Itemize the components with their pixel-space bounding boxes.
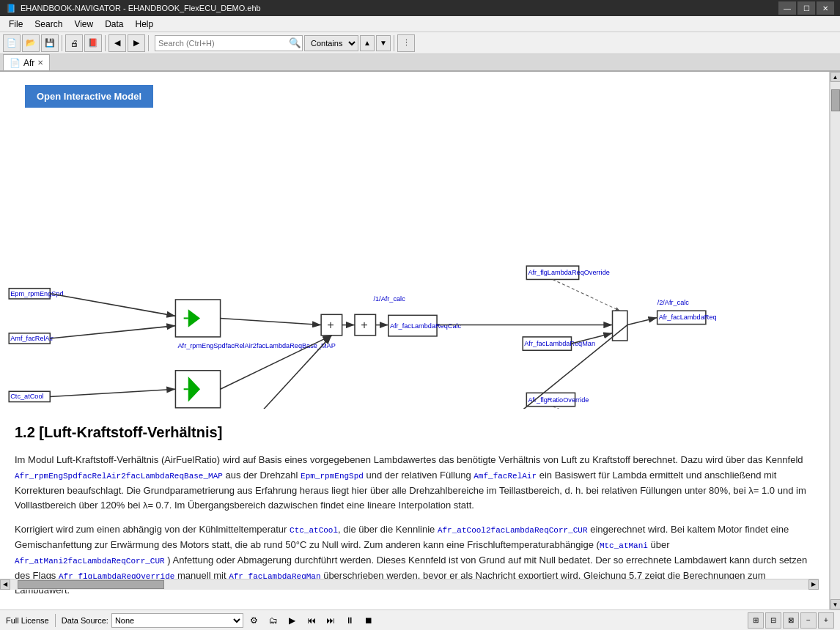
svg-text:+: + <box>361 318 368 331</box>
h-scroll-left[interactable]: ◀ <box>0 579 10 590</box>
h-scroll-right[interactable]: ▶ <box>808 579 819 590</box>
license-label: Full License <box>6 616 49 625</box>
code-ref-var2: Amf_facRelAir <box>474 472 537 481</box>
nav-up-button[interactable]: ▲ <box>360 35 375 51</box>
svg-rect-39 <box>613 311 627 341</box>
status-right: ⊞ ⊟ ⊠ − + <box>748 612 834 629</box>
svg-line-50 <box>627 317 657 325</box>
data-source-label: Data Source: <box>62 616 108 625</box>
svg-text:Afr_facLambdaReqMan: Afr_facLambdaReqMan <box>524 340 595 347</box>
view-btn-3[interactable]: ⊠ <box>783 612 799 629</box>
svg-text:Afr_rpmEngSpdfacRelAir2facLamb: Afr_rpmEngSpdfacRelAir2facLambdaReqBase_… <box>178 342 336 349</box>
menu-view[interactable]: View <box>68 18 99 31</box>
minimize-button[interactable]: — <box>778 1 796 15</box>
menu-data[interactable]: Data <box>99 18 129 31</box>
stop-btn[interactable]: ⏹ <box>361 612 377 629</box>
save-button[interactable]: 💾 <box>41 34 59 52</box>
status-sep-1 <box>55 614 56 627</box>
svg-line-11 <box>50 294 175 316</box>
svg-text:/2/Afr_calc: /2/Afr_calc <box>657 299 690 306</box>
menu-search[interactable]: Search <box>29 18 68 31</box>
nav-down-button[interactable]: ▼ <box>376 35 391 51</box>
toolbar-sep-4 <box>394 35 394 51</box>
title-bar: 📘 EHANDBOOK-NAVIGATOR - EHANDBOOK_FlexEC… <box>0 0 840 16</box>
svg-text:Epm_rpmEngSpd: Epm_rpmEngSpd <box>10 290 63 297</box>
new-button[interactable]: 📄 <box>3 34 21 52</box>
search-input[interactable] <box>155 36 287 51</box>
tab-bar: 📄 Afr ✕ <box>0 54 840 72</box>
code-ref-var1: Epm_rpmEngSpd <box>301 472 364 481</box>
svg-line-31 <box>221 318 322 325</box>
tab-afr-close[interactable]: ✕ <box>37 59 43 67</box>
print-button[interactable]: 🖨 <box>65 34 83 52</box>
diagram-area: Open Interactive Model Epm_rpmEngSpd A <box>0 72 830 609</box>
horizontal-scrollbar: ◀ ▶ <box>0 579 819 589</box>
h-scroll-thumb[interactable] <box>18 580 164 589</box>
tab-afr[interactable]: 📄 Afr ✕ <box>3 54 50 70</box>
media-btn-2[interactable]: ⏭ <box>323 612 339 629</box>
open-interactive-model-button[interactable]: Open Interactive Model <box>25 85 153 108</box>
settings-icon-btn[interactable]: ⚙ <box>246 612 262 629</box>
forward-nav-button[interactable]: ▶ <box>128 34 145 52</box>
scroll-thumb[interactable] <box>831 89 840 111</box>
title-bar-controls: — ☐ ✕ <box>778 1 834 15</box>
toolbar-sep-3 <box>148 35 149 51</box>
svg-text:Afr_facLambdaReqCalc: Afr_facLambdaReqCalc <box>390 322 462 330</box>
svg-text:+: + <box>327 318 334 331</box>
media-btn-1[interactable]: ⏮ <box>303 612 320 629</box>
svg-text:Afr_flgLambdaReqOverride: Afr_flgLambdaReqOverride <box>528 269 609 276</box>
tab-afr-label: Afr <box>23 58 34 68</box>
code-ref-map1: Afr_rpmEngSpdfacRelAir2facLambdaReqBase_… <box>15 472 223 481</box>
scroll-track[interactable] <box>830 82 841 599</box>
main-content: Open Interactive Model Epm_rpmEngSpd A <box>0 72 840 609</box>
svg-line-45 <box>553 279 620 311</box>
code-ref-var4: Mtc_atMani <box>600 541 648 550</box>
layers-icon-btn[interactable]: 🗂 <box>265 612 281 629</box>
extra-button[interactable]: ⋮ <box>397 34 415 52</box>
code-ref-var3: Ctc_atCool <box>290 526 338 535</box>
paragraph-1: Im Modul Luft-Kraftstoff-Verhältnis (Air… <box>15 453 814 514</box>
section-heading: 1.2 [Luft-Kraftstoff-Verhältnis] <box>15 420 814 444</box>
toolbar-sep-2 <box>105 35 106 51</box>
svg-line-23 <box>50 389 175 396</box>
tab-afr-icon: 📄 <box>10 58 21 68</box>
toolbar-sep-1 <box>62 35 62 51</box>
play-icon-btn[interactable]: ▶ <box>284 612 301 629</box>
back-nav-button[interactable]: ◀ <box>108 34 126 52</box>
window-title: EHANDBOOK-NAVIGATOR - EHANDBOOK_FlexECU_… <box>21 4 261 12</box>
view-btn-1[interactable]: ⊞ <box>748 612 764 629</box>
svg-text:/1/Afr_calc: /1/Afr_calc <box>373 295 405 303</box>
zoom-out-btn[interactable]: − <box>800 612 817 629</box>
data-source-select[interactable]: None <box>111 613 243 628</box>
svg-text:Afr_flgRatioOverride: Afr_flgRatioOverride <box>528 396 589 404</box>
svg-text:Amf_facRelAir: Amf_facRelAir <box>10 335 54 342</box>
media-btn-3[interactable]: ⏸ <box>342 612 358 629</box>
svg-text:Ctc_atCool: Ctc_atCool <box>10 393 43 400</box>
right-scrollbar: ▲ ▼ <box>830 72 840 609</box>
code-ref-cur1: Afr_atCool2facLambdaReqCorr_CUR <box>438 526 588 535</box>
contains-dropdown[interactable]: Contains <box>304 35 358 51</box>
code-ref-cur2: Afr_atMani2facLambdaReqCorr_CUR <box>15 557 165 566</box>
toolbar: 📄 📂 💾 🖨 📕 ◀ ▶ 🔍 Contains ▲ ▼ ⋮ <box>0 32 840 54</box>
zoom-in-btn[interactable]: + <box>818 612 834 629</box>
status-bar: Full License Data Source: None ⚙ 🗂 ▶ ⏮ ⏭… <box>0 609 840 630</box>
menu-help[interactable]: Help <box>130 18 160 31</box>
scroll-up[interactable]: ▲ <box>830 72 841 82</box>
svg-text:Afr_facLambdaReq: Afr_facLambdaReq <box>659 314 717 321</box>
svg-line-12 <box>50 326 175 338</box>
app-icon: 📘 <box>6 4 16 13</box>
menu-file[interactable]: File <box>3 18 29 31</box>
search-button[interactable]: 🔍 <box>287 36 302 51</box>
close-button[interactable]: ✕ <box>817 1 834 15</box>
scroll-down[interactable]: ▼ <box>830 599 841 609</box>
menu-bar: File Search View Data Help <box>0 16 840 32</box>
maximize-button[interactable]: ☐ <box>797 1 815 15</box>
search-box: 🔍 <box>155 35 303 51</box>
open-button[interactable]: 📂 <box>22 34 40 52</box>
pdf-button[interactable]: 📕 <box>84 34 102 52</box>
view-btn-2[interactable]: ⊟ <box>765 612 781 629</box>
h-scroll-track[interactable] <box>10 579 808 590</box>
